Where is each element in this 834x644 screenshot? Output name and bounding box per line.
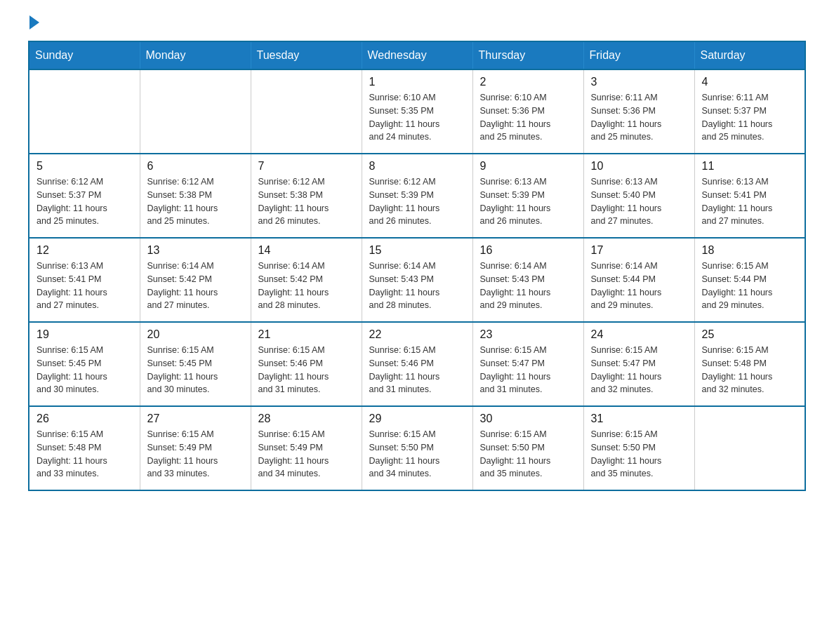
- day-number: 9: [480, 160, 576, 173]
- header-tuesday: Tuesday: [251, 41, 362, 69]
- calendar-cell: 24Sunrise: 6:15 AM Sunset: 5:47 PM Dayli…: [583, 322, 694, 406]
- page-header: [28, 21, 806, 27]
- day-number: 1: [369, 76, 465, 88]
- calendar-cell: 31Sunrise: 6:15 AM Sunset: 5:50 PM Dayli…: [583, 406, 694, 490]
- day-info: Sunrise: 6:13 AM Sunset: 5:41 PM Dayligh…: [702, 175, 798, 228]
- week-row-3: 19Sunrise: 6:15 AM Sunset: 5:45 PM Dayli…: [29, 322, 805, 406]
- calendar-cell: 22Sunrise: 6:15 AM Sunset: 5:46 PM Dayli…: [362, 322, 472, 406]
- week-row-0: 1Sunrise: 6:10 AM Sunset: 5:35 PM Daylig…: [29, 69, 805, 154]
- calendar-body: 1Sunrise: 6:10 AM Sunset: 5:35 PM Daylig…: [29, 69, 805, 490]
- week-row-4: 26Sunrise: 6:15 AM Sunset: 5:48 PM Dayli…: [29, 406, 805, 490]
- day-info: Sunrise: 6:14 AM Sunset: 5:43 PM Dayligh…: [480, 260, 576, 312]
- day-number: 27: [147, 412, 244, 425]
- day-info: Sunrise: 6:15 AM Sunset: 5:47 PM Dayligh…: [591, 344, 687, 396]
- header-wednesday: Wednesday: [362, 41, 472, 69]
- day-number: 2: [480, 76, 576, 88]
- calendar-cell: 20Sunrise: 6:15 AM Sunset: 5:45 PM Dayli…: [140, 322, 251, 406]
- day-info: Sunrise: 6:10 AM Sunset: 5:35 PM Dayligh…: [369, 91, 465, 144]
- header-thursday: Thursday: [472, 41, 583, 69]
- day-number: 23: [480, 328, 576, 341]
- day-info: Sunrise: 6:15 AM Sunset: 5:48 PM Dayligh…: [37, 428, 133, 481]
- day-number: 15: [369, 244, 465, 257]
- calendar-table: SundayMondayTuesdayWednesdayThursdayFrid…: [28, 41, 806, 491]
- calendar-cell: 15Sunrise: 6:14 AM Sunset: 5:43 PM Dayli…: [362, 238, 472, 322]
- day-number: 4: [702, 76, 798, 88]
- calendar-cell: 2Sunrise: 6:10 AM Sunset: 5:36 PM Daylig…: [472, 69, 583, 154]
- calendar-cell: [694, 406, 805, 490]
- day-info: Sunrise: 6:13 AM Sunset: 5:39 PM Dayligh…: [480, 175, 576, 228]
- day-info: Sunrise: 6:14 AM Sunset: 5:42 PM Dayligh…: [258, 260, 355, 312]
- calendar-cell: 27Sunrise: 6:15 AM Sunset: 5:49 PM Dayli…: [140, 406, 251, 490]
- day-number: 19: [37, 328, 133, 341]
- calendar-header: SundayMondayTuesdayWednesdayThursdayFrid…: [29, 41, 805, 69]
- day-info: Sunrise: 6:15 AM Sunset: 5:45 PM Dayligh…: [147, 344, 244, 396]
- day-number: 22: [369, 328, 465, 341]
- week-row-1: 5Sunrise: 6:12 AM Sunset: 5:37 PM Daylig…: [29, 154, 805, 238]
- day-number: 16: [480, 244, 576, 257]
- calendar-cell: [29, 69, 140, 154]
- calendar-cell: 29Sunrise: 6:15 AM Sunset: 5:50 PM Dayli…: [362, 406, 472, 490]
- day-info: Sunrise: 6:15 AM Sunset: 5:50 PM Dayligh…: [369, 428, 465, 481]
- day-info: Sunrise: 6:15 AM Sunset: 5:45 PM Dayligh…: [37, 344, 133, 396]
- day-number: 28: [258, 412, 355, 425]
- day-info: Sunrise: 6:15 AM Sunset: 5:48 PM Dayligh…: [702, 344, 798, 396]
- day-info: Sunrise: 6:15 AM Sunset: 5:49 PM Dayligh…: [147, 428, 244, 481]
- day-info: Sunrise: 6:15 AM Sunset: 5:44 PM Dayligh…: [702, 260, 798, 312]
- calendar-cell: 8Sunrise: 6:12 AM Sunset: 5:39 PM Daylig…: [362, 154, 472, 238]
- header-sunday: Sunday: [29, 41, 140, 69]
- day-number: 25: [702, 328, 798, 341]
- calendar-cell: 17Sunrise: 6:14 AM Sunset: 5:44 PM Dayli…: [583, 238, 694, 322]
- day-info: Sunrise: 6:12 AM Sunset: 5:37 PM Dayligh…: [37, 175, 133, 228]
- header-row: SundayMondayTuesdayWednesdayThursdayFrid…: [29, 41, 805, 69]
- day-info: Sunrise: 6:14 AM Sunset: 5:44 PM Dayligh…: [591, 260, 687, 312]
- header-monday: Monday: [140, 41, 251, 69]
- day-info: Sunrise: 6:15 AM Sunset: 5:47 PM Dayligh…: [480, 344, 576, 396]
- day-info: Sunrise: 6:13 AM Sunset: 5:41 PM Dayligh…: [37, 260, 133, 312]
- calendar-cell: [251, 69, 362, 154]
- day-info: Sunrise: 6:14 AM Sunset: 5:42 PM Dayligh…: [147, 260, 244, 312]
- calendar-cell: 14Sunrise: 6:14 AM Sunset: 5:42 PM Dayli…: [251, 238, 362, 322]
- calendar-cell: 30Sunrise: 6:15 AM Sunset: 5:50 PM Dayli…: [472, 406, 583, 490]
- day-number: 14: [258, 244, 355, 257]
- logo-arrow-icon: [29, 15, 39, 29]
- calendar-cell: [140, 69, 251, 154]
- calendar-cell: 5Sunrise: 6:12 AM Sunset: 5:37 PM Daylig…: [29, 154, 140, 238]
- day-info: Sunrise: 6:12 AM Sunset: 5:38 PM Dayligh…: [147, 175, 244, 228]
- calendar-cell: 1Sunrise: 6:10 AM Sunset: 5:35 PM Daylig…: [362, 69, 472, 154]
- calendar-cell: 21Sunrise: 6:15 AM Sunset: 5:46 PM Dayli…: [251, 322, 362, 406]
- calendar-cell: 6Sunrise: 6:12 AM Sunset: 5:38 PM Daylig…: [140, 154, 251, 238]
- day-info: Sunrise: 6:15 AM Sunset: 5:46 PM Dayligh…: [258, 344, 355, 396]
- day-info: Sunrise: 6:11 AM Sunset: 5:36 PM Dayligh…: [591, 91, 687, 144]
- day-number: 29: [369, 412, 465, 425]
- day-number: 10: [591, 160, 687, 173]
- calendar-cell: 4Sunrise: 6:11 AM Sunset: 5:37 PM Daylig…: [694, 69, 805, 154]
- day-number: 31: [591, 412, 687, 425]
- calendar-cell: 12Sunrise: 6:13 AM Sunset: 5:41 PM Dayli…: [29, 238, 140, 322]
- calendar-cell: 18Sunrise: 6:15 AM Sunset: 5:44 PM Dayli…: [694, 238, 805, 322]
- day-info: Sunrise: 6:10 AM Sunset: 5:36 PM Dayligh…: [480, 91, 576, 144]
- day-number: 6: [147, 160, 244, 173]
- week-row-2: 12Sunrise: 6:13 AM Sunset: 5:41 PM Dayli…: [29, 238, 805, 322]
- calendar-cell: 26Sunrise: 6:15 AM Sunset: 5:48 PM Dayli…: [29, 406, 140, 490]
- day-number: 8: [369, 160, 465, 173]
- day-number: 7: [258, 160, 355, 173]
- calendar-cell: 13Sunrise: 6:14 AM Sunset: 5:42 PM Dayli…: [140, 238, 251, 322]
- day-number: 11: [702, 160, 798, 173]
- calendar-cell: 11Sunrise: 6:13 AM Sunset: 5:41 PM Dayli…: [694, 154, 805, 238]
- calendar-cell: 16Sunrise: 6:14 AM Sunset: 5:43 PM Dayli…: [472, 238, 583, 322]
- day-number: 24: [591, 328, 687, 341]
- day-info: Sunrise: 6:11 AM Sunset: 5:37 PM Dayligh…: [702, 91, 798, 144]
- day-number: 26: [37, 412, 133, 425]
- calendar-cell: 10Sunrise: 6:13 AM Sunset: 5:40 PM Dayli…: [583, 154, 694, 238]
- day-number: 30: [480, 412, 576, 425]
- day-number: 21: [258, 328, 355, 341]
- calendar-cell: 23Sunrise: 6:15 AM Sunset: 5:47 PM Dayli…: [472, 322, 583, 406]
- calendar-cell: 7Sunrise: 6:12 AM Sunset: 5:38 PM Daylig…: [251, 154, 362, 238]
- day-info: Sunrise: 6:12 AM Sunset: 5:39 PM Dayligh…: [369, 175, 465, 228]
- day-number: 5: [37, 160, 133, 173]
- day-number: 20: [147, 328, 244, 341]
- calendar-cell: 3Sunrise: 6:11 AM Sunset: 5:36 PM Daylig…: [583, 69, 694, 154]
- day-number: 13: [147, 244, 244, 257]
- day-info: Sunrise: 6:15 AM Sunset: 5:46 PM Dayligh…: [369, 344, 465, 396]
- day-number: 18: [702, 244, 798, 257]
